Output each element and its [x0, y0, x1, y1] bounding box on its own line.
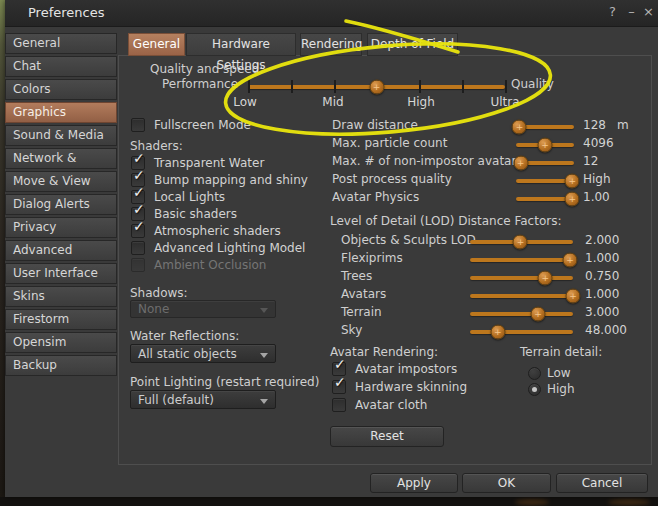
- draw-distance-unit: m: [617, 118, 629, 132]
- lod-terrain-slider[interactable]: [470, 312, 573, 316]
- slider-thumb[interactable]: [530, 307, 545, 322]
- option-label: Avatar impostors: [355, 362, 457, 376]
- lod-sky-value: 48.000: [585, 323, 627, 337]
- sidebar-item-general[interactable]: General: [5, 33, 117, 54]
- point-lighting-header: Point Lighting (restart required): [130, 375, 319, 389]
- shader-option-bump-mapping[interactable]: ✓ Bump mapping and shiny: [131, 173, 308, 187]
- draw-distance-slider[interactable]: [516, 125, 574, 129]
- non-impostor-avatars-label: Max. # of non-impostor avatars: [332, 154, 523, 168]
- tab-hardware-settings[interactable]: Hardware Settings: [186, 33, 296, 56]
- fullscreen-mode-option[interactable]: ✓ Fullscreen Mode: [131, 118, 251, 132]
- slider-thumb[interactable]: [512, 120, 527, 135]
- non-impostor-avatars-slider[interactable]: [516, 161, 574, 165]
- shader-option-transparent-water[interactable]: ✓ Transparent Water: [131, 156, 264, 170]
- option-label: Atmospheric shaders: [154, 224, 281, 238]
- sidebar-item-skins[interactable]: Skins: [5, 286, 117, 307]
- slider-thumb[interactable]: [566, 289, 581, 304]
- slider-tick: [291, 80, 293, 93]
- tab-depth-of-field[interactable]: Depth of Field: [367, 33, 458, 56]
- lod-avatars-slider[interactable]: [470, 294, 573, 298]
- slider-thumb[interactable]: [565, 174, 580, 189]
- slider-thumb[interactable]: [538, 271, 553, 286]
- quality-slider-thumb[interactable]: [369, 80, 384, 95]
- slider-tick: [419, 80, 421, 93]
- ok-button[interactable]: OK: [462, 473, 551, 493]
- lod-avatars-value: 1.000: [585, 287, 619, 301]
- slider-thumb[interactable]: [565, 192, 580, 207]
- slider-thumb[interactable]: [513, 156, 528, 171]
- post-process-slider[interactable]: [516, 179, 574, 183]
- lod-flexiprims-value: 1.000: [585, 251, 619, 265]
- avatar-physics-slider[interactable]: [516, 197, 574, 201]
- sidebar-item-chat[interactable]: Chat: [5, 56, 117, 77]
- particle-count-slider[interactable]: [516, 143, 574, 147]
- fullscreen-mode-checkbox[interactable]: ✓: [131, 118, 145, 132]
- sidebar-item-advanced[interactable]: Advanced: [5, 240, 117, 261]
- slider-thumb[interactable]: [513, 235, 528, 250]
- help-icon[interactable]: ?: [605, 4, 620, 19]
- minimize-icon[interactable]: –: [624, 4, 639, 19]
- avatar-impostors-option[interactable]: ✓ Avatar impostors: [332, 362, 457, 376]
- slider-tick: [248, 80, 250, 93]
- sidebar-item-firestorm[interactable]: Firestorm: [5, 309, 117, 330]
- background-smudge: [515, 499, 549, 505]
- hardware-skinning-option[interactable]: ✓ Hardware skinning: [332, 380, 467, 394]
- terrain-low-radio[interactable]: [528, 367, 541, 380]
- lod-objects-slider[interactable]: [470, 240, 573, 244]
- sidebar-item-backup[interactable]: Backup: [5, 355, 117, 376]
- sidebar-item-move-view[interactable]: Move & View: [5, 171, 117, 192]
- option-label: Avatar cloth: [355, 398, 427, 412]
- post-process-value: High: [583, 172, 611, 186]
- avatar-cloth-option[interactable]: ✓ Avatar cloth: [332, 398, 427, 412]
- shader-option-basic-shaders[interactable]: ✓ Basic shaders: [131, 207, 237, 221]
- chevron-down-icon: [260, 399, 268, 404]
- apply-button[interactable]: Apply: [370, 473, 458, 493]
- checkbox[interactable]: ✓: [131, 241, 145, 255]
- shader-option-advanced-lighting[interactable]: ✓ Advanced Lighting Model: [131, 241, 305, 255]
- tab-rendering[interactable]: Rendering: [300, 33, 362, 56]
- cancel-button[interactable]: Cancel: [556, 473, 648, 493]
- quality-slider[interactable]: [248, 85, 505, 89]
- sidebar-item-user-interface[interactable]: User Interface: [5, 263, 117, 284]
- lod-flexiprims-label: Flexiprims: [341, 251, 403, 265]
- shadows-header: Shadows:: [130, 286, 188, 300]
- lod-trees-value: 0.750: [585, 269, 619, 283]
- performance-label: Performance: [162, 77, 238, 91]
- check-icon: ✓: [133, 150, 145, 166]
- lod-sky-slider[interactable]: [470, 330, 573, 334]
- terrain-high-label[interactable]: High: [547, 382, 575, 396]
- title-bar[interactable]: Preferences ? – ×: [5, 0, 658, 27]
- draw-distance-value: 128: [583, 118, 606, 132]
- checkbox[interactable]: ✓: [332, 380, 346, 394]
- point-lighting-dropdown[interactable]: Full (default): [130, 390, 276, 409]
- lod-trees-slider[interactable]: [470, 276, 573, 280]
- checkbox[interactable]: ✓: [332, 398, 346, 412]
- sidebar-item-network-cache[interactable]: Network & Cache: [5, 148, 117, 169]
- slider-thumb[interactable]: [538, 138, 553, 153]
- option-label: Advanced Lighting Model: [154, 241, 305, 255]
- checkbox[interactable]: ✓: [131, 224, 145, 238]
- sidebar-item-privacy[interactable]: Privacy: [5, 217, 117, 238]
- shader-option-local-lights[interactable]: ✓ Local Lights: [131, 190, 225, 204]
- check-icon: ✓: [133, 201, 145, 217]
- slider-thumb[interactable]: [490, 325, 505, 340]
- terrain-low-label[interactable]: Low: [547, 366, 571, 380]
- shader-option-atmospheric-shaders[interactable]: ✓ Atmospheric shaders: [131, 224, 281, 238]
- sidebar-item-opensim[interactable]: Opensim: [5, 332, 117, 353]
- slider-thumb[interactable]: [562, 253, 577, 268]
- close-icon[interactable]: ×: [641, 4, 656, 19]
- reset-button[interactable]: Reset: [330, 426, 444, 447]
- sidebar-item-graphics[interactable]: Graphics: [5, 102, 117, 123]
- lod-objects-label: Objects & Sculpts LOD: [341, 233, 476, 247]
- draw-distance-label: Draw distance: [332, 118, 418, 132]
- tab-general[interactable]: General: [128, 33, 185, 56]
- lod-flexiprims-slider[interactable]: [470, 258, 573, 262]
- sidebar-item-sound-media[interactable]: Sound & Media: [5, 125, 117, 146]
- lod-terrain-label: Terrain: [341, 305, 382, 319]
- non-impostor-avatars-value: 12: [583, 154, 598, 168]
- lod-sky-label: Sky: [341, 323, 362, 337]
- terrain-high-radio[interactable]: [528, 383, 541, 396]
- water-reflections-dropdown[interactable]: All static objects: [130, 344, 276, 363]
- sidebar-item-dialog-alerts[interactable]: Dialog Alerts: [5, 194, 117, 215]
- sidebar-item-colors[interactable]: Colors: [5, 79, 117, 100]
